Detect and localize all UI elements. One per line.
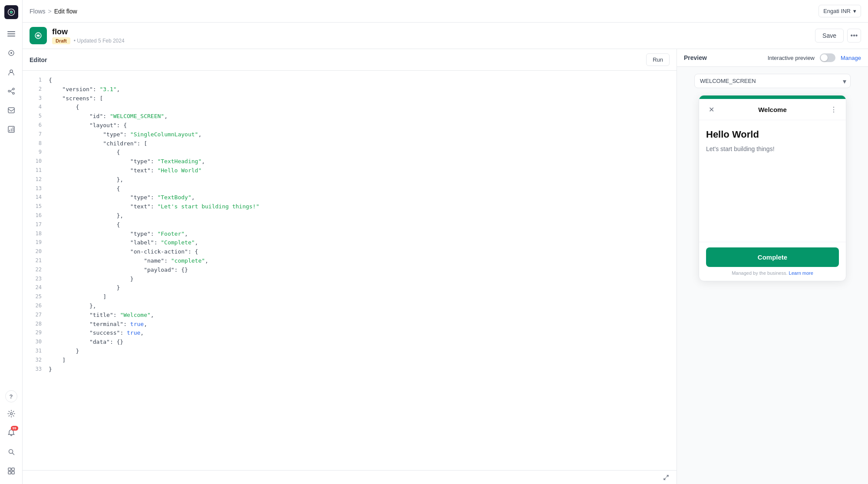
content-area: Editor Run 1{2 "version": "3.1",3 "scree… [23, 49, 868, 484]
code-line: 1{ [23, 76, 677, 85]
code-line: 11 "text": "Hello World" [23, 166, 677, 175]
notification-badge: 99 [11, 426, 18, 431]
editor-bottom-bar [23, 470, 677, 484]
complete-button[interactable]: Complete [706, 247, 839, 267]
code-line: 26 }, [23, 302, 677, 311]
modules-icon[interactable] [3, 463, 19, 479]
code-line: 25 ] [23, 293, 677, 302]
settings-icon[interactable] [3, 406, 19, 421]
region-label: Engati INR [823, 8, 851, 14]
flow-info: flow Draft • Updated 5 Feb 2024 [52, 27, 810, 44]
inbox-icon[interactable] [3, 102, 19, 118]
code-line: 29 "success": true, [23, 329, 677, 338]
dialog-close-button[interactable]: ✕ [706, 104, 716, 115]
help-icon[interactable]: ? [5, 390, 17, 402]
flow-header: flow Draft • Updated 5 Feb 2024 Save ••• [23, 23, 868, 49]
svg-point-7 [8, 90, 10, 92]
more-icon: ••• [851, 32, 858, 40]
phone-body-text: Let's start building things! [706, 145, 839, 154]
app-logo [4, 5, 18, 19]
flow-updated: • Updated 5 Feb 2024 [74, 38, 125, 44]
code-line: 21 "name": "complete", [23, 257, 677, 266]
interactive-preview-toggle[interactable] [820, 53, 835, 62]
notifications-icon[interactable]: 99 [3, 425, 19, 441]
svg-line-19 [12, 453, 14, 455]
flow-meta: Draft • Updated 5 Feb 2024 [52, 37, 810, 44]
region-selector[interactable]: Engati INR ▾ [818, 5, 861, 17]
save-button[interactable]: Save [815, 29, 844, 43]
code-line: 27 "title": "Welcome", [23, 311, 677, 320]
interactive-preview-label: Interactive preview [768, 55, 815, 61]
code-line: 18 "type": "Footer", [23, 230, 677, 239]
svg-point-8 [13, 88, 14, 90]
code-line: 33} [23, 365, 677, 374]
code-line: 32 ] [23, 356, 677, 365]
dialog-title: Welcome [758, 106, 787, 113]
flows-icon[interactable] [3, 45, 19, 61]
code-line: 20 "on-click-action": { [23, 247, 677, 257]
preview-body: WELCOME_SCREEN ▾ ✕ Welcome ⋮ Hello World… [677, 67, 868, 484]
top-bar-right: Engati INR ▾ [818, 5, 861, 17]
code-editor[interactable]: 1{2 "version": "3.1",3 "screens": [4 {5 … [23, 71, 677, 470]
breadcrumb: Flows > Edit flow [30, 8, 77, 15]
svg-point-17 [10, 413, 12, 415]
region-arrow: ▾ [853, 8, 856, 14]
code-line: 9 { [23, 148, 677, 157]
code-line: 19 "label": "Complete", [23, 238, 677, 247]
dialog-more-button[interactable]: ⋮ [828, 104, 839, 115]
editor-header: Editor Run [23, 49, 677, 71]
breadcrumb-separator: > [48, 8, 52, 15]
flow-status: Draft [52, 37, 70, 44]
breadcrumb-flows[interactable]: Flows [30, 8, 46, 15]
breadcrumb-current: Edit flow [54, 8, 77, 15]
flow-header-actions: Save ••• [815, 29, 861, 43]
svg-point-9 [13, 92, 14, 94]
svg-point-5 [10, 52, 12, 54]
top-bar: Flows > Edit flow Engati INR ▾ [23, 0, 868, 23]
main-area: Flows > Edit flow Engati INR ▾ flow Draf… [23, 0, 868, 484]
code-line: 7 "type": "SingleColumnLayout", [23, 130, 677, 139]
code-line: 23 } [23, 275, 677, 284]
learn-more-link[interactable]: Learn more [789, 270, 813, 276]
phone-mockup: ✕ Welcome ⋮ Hello World Let's start buil… [699, 95, 846, 281]
code-line: 16 }, [23, 211, 677, 221]
manage-link[interactable]: Manage [841, 55, 861, 61]
code-line: 17 { [23, 221, 677, 230]
preview-header: Preview Interactive preview Manage [677, 49, 868, 67]
flow-icon [30, 27, 47, 44]
svg-rect-2 [7, 31, 15, 32]
phone-top-bar [699, 95, 846, 99]
svg-point-6 [10, 70, 13, 72]
search-icon[interactable] [3, 444, 19, 460]
menu-icon[interactable] [3, 26, 19, 42]
code-line: 8 "children": [ [23, 139, 677, 148]
more-button[interactable]: ••• [847, 29, 861, 43]
code-line: 2 "version": "3.1", [23, 85, 677, 94]
code-line: 31 } [23, 347, 677, 356]
code-line: 3 "screens": [ [23, 94, 677, 103]
svg-rect-23 [12, 471, 14, 474]
svg-rect-20 [8, 468, 11, 471]
screen-selector[interactable]: WELCOME_SCREEN ▾ [694, 74, 851, 88]
screen-select[interactable]: WELCOME_SCREEN [694, 74, 851, 88]
preview-controls: Interactive preview Manage [768, 53, 861, 62]
code-line: 30 "data": {} [23, 338, 677, 347]
preview-title: Preview [684, 54, 707, 61]
editor-title: Editor [30, 56, 47, 63]
phone-footer: Complete Managed by the business. Learn … [699, 242, 846, 281]
expand-icon[interactable] [661, 472, 671, 483]
sidebar: ? 99 [0, 0, 23, 484]
code-line: 6 "layout": { [23, 121, 677, 130]
run-button[interactable]: Run [646, 53, 670, 66]
svg-rect-3 [7, 33, 15, 34]
toggle-knob [821, 54, 828, 61]
code-line: 13 { [23, 184, 677, 194]
phone-heading: Hello World [706, 129, 839, 140]
preview-panel: Preview Interactive preview Manage WELCO… [677, 49, 868, 484]
code-line: 24 } [23, 283, 677, 293]
svg-rect-12 [8, 108, 14, 113]
connections-icon[interactable] [3, 83, 19, 99]
contacts-icon[interactable] [3, 64, 19, 80]
code-line: 14 "type": "TextBody", [23, 193, 677, 202]
reports-icon[interactable] [3, 122, 19, 137]
